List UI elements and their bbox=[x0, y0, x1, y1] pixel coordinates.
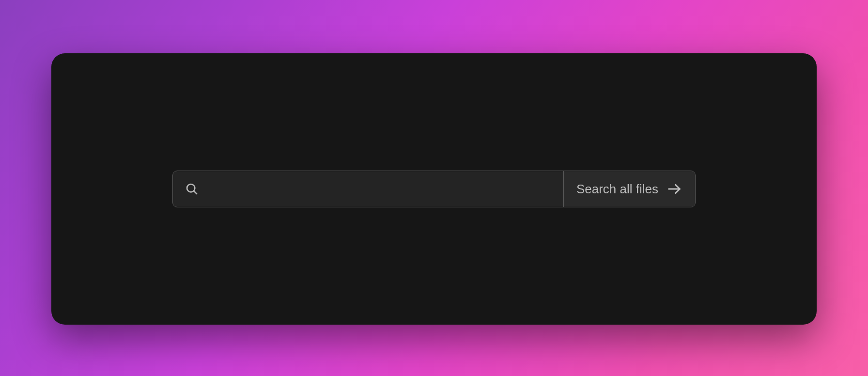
search-group: Search all files bbox=[172, 171, 696, 207]
search-input-wrapper[interactable] bbox=[173, 171, 563, 207]
search-icon bbox=[185, 182, 199, 196]
svg-line-1 bbox=[194, 191, 197, 194]
search-input[interactable] bbox=[207, 171, 563, 207]
search-all-files-button[interactable]: Search all files bbox=[563, 171, 695, 207]
svg-point-0 bbox=[187, 184, 195, 192]
arrow-right-icon bbox=[666, 181, 682, 197]
search-panel: Search all files bbox=[51, 53, 817, 325]
search-button-label: Search all files bbox=[576, 182, 658, 197]
